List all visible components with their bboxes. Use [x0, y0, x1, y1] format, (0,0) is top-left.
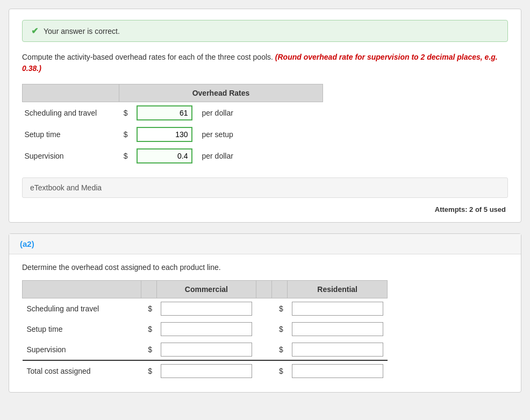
product-total-res-input[interactable]	[292, 364, 383, 378]
section-a2-header: (a2)	[9, 234, 521, 254]
product-scheduling-com-input[interactable]	[161, 302, 252, 316]
overhead-row-scheduling: Scheduling and travel $ per dollar	[23, 102, 323, 124]
product-row-total: Total cost assigned $ $	[23, 360, 388, 381]
scheduling-unit: per dollar	[197, 102, 323, 124]
setup-input-cell	[132, 124, 197, 145]
product-dollar-header-res	[272, 281, 288, 298]
product-supervision-dollar-res: $	[272, 339, 288, 360]
instruction-text: Compute the activity-based overhead rate…	[22, 52, 508, 74]
setup-unit: per setup	[197, 124, 323, 145]
product-blank-header	[23, 281, 141, 298]
overhead-rates-header: Overhead Rates	[119, 84, 323, 102]
product-setup-dollar-com: $	[141, 319, 156, 339]
product-dollar-header-com	[141, 281, 156, 298]
product-scheduling-res-input[interactable]	[292, 302, 383, 316]
supervision-input-cell	[132, 145, 197, 167]
product-spacer-header	[256, 281, 272, 298]
product-scheduling-label: Scheduling and travel	[23, 298, 141, 319]
section-a2-body: Determine the overhead cost assigned to …	[9, 263, 521, 381]
product-supervision-com-cell	[156, 339, 256, 360]
product-scheduling-dollar-res: $	[272, 298, 288, 319]
product-scheduling-com-cell	[156, 298, 256, 319]
product-setup-label: Setup time	[23, 319, 141, 339]
residential-header: Residential	[288, 281, 388, 298]
product-supervision-label: Supervision	[23, 339, 141, 360]
scheduling-input-cell	[132, 102, 197, 124]
supervision-dollar: $	[119, 145, 132, 167]
setup-label: Setup time	[23, 124, 119, 145]
section-a2-instruction: Determine the overhead cost assigned to …	[22, 263, 508, 272]
supervision-input[interactable]	[137, 148, 192, 163]
product-total-label: Total cost assigned	[23, 360, 141, 381]
section-a1: ✔ Your answer is correct. Compute the ac…	[9, 9, 521, 223]
product-total-dollar-res: $	[272, 360, 288, 381]
product-total-com-cell	[156, 360, 256, 381]
correct-banner-text: Your answer is correct.	[44, 27, 120, 35]
attempts-row: Attempts: 2 of 5 used	[22, 205, 508, 213]
product-row-scheduling: Scheduling and travel $ $	[23, 298, 388, 319]
product-scheduling-dollar-com: $	[141, 298, 156, 319]
correct-banner: ✔ Your answer is correct.	[22, 20, 508, 42]
product-supervision-com-input[interactable]	[161, 343, 252, 357]
product-setup-com-cell	[156, 319, 256, 339]
product-total-res-cell	[288, 360, 388, 381]
product-setup-res-cell	[288, 319, 388, 339]
product-setup-dollar-res: $	[272, 319, 288, 339]
supervision-unit: per dollar	[197, 145, 323, 167]
supervision-label: Supervision	[23, 145, 119, 167]
product-setup-com-input[interactable]	[161, 322, 252, 336]
setup-input[interactable]	[137, 127, 192, 142]
product-setup-res-input[interactable]	[292, 322, 383, 336]
setup-dollar: $	[119, 124, 132, 145]
product-supervision-dollar-com: $	[141, 339, 156, 360]
product-table: Commercial Residential Scheduling and tr…	[22, 280, 388, 381]
scheduling-dollar: $	[119, 102, 132, 124]
scheduling-label: Scheduling and travel	[23, 102, 119, 124]
attempts-text: Attempts: 2 of 5 used	[435, 205, 506, 213]
product-total-com-input[interactable]	[161, 364, 252, 378]
overhead-row-setup: Setup time $ per setup	[23, 124, 323, 145]
section-a2: (a2) Determine the overhead cost assigne…	[9, 233, 521, 393]
commercial-header: Commercial	[156, 281, 256, 298]
etextbook-label: eTextbook and Media	[30, 183, 102, 192]
product-supervision-res-cell	[288, 339, 388, 360]
product-supervision-res-input[interactable]	[292, 343, 383, 357]
product-row-setup: Setup time $ $	[23, 319, 388, 339]
check-icon: ✔	[31, 26, 38, 36]
overhead-row-supervision: Supervision $ per dollar	[23, 145, 323, 167]
section-a2-label: (a2)	[20, 239, 34, 248]
product-row-supervision: Supervision $ $	[23, 339, 388, 360]
product-scheduling-res-cell	[288, 298, 388, 319]
product-total-dollar-com: $	[141, 360, 156, 381]
overhead-blank-header	[23, 84, 119, 102]
overhead-rates-table: Overhead Rates Scheduling and travel $ p…	[22, 84, 323, 167]
scheduling-input[interactable]	[137, 105, 192, 120]
etextbook-bar: eTextbook and Media	[22, 177, 508, 198]
